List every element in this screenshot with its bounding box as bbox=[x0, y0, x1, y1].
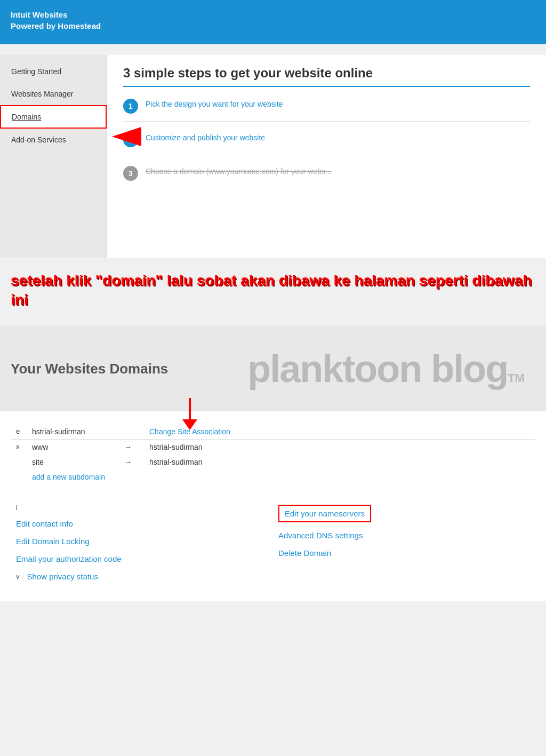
edit-contact-info-link[interactable]: Edit contact info bbox=[11, 515, 273, 532]
content-divider bbox=[123, 86, 530, 87]
step-1-text: Pick the design you want for your websit… bbox=[146, 98, 283, 108]
content-title: 3 simple steps to get your website onlin… bbox=[123, 66, 530, 81]
header-title: Intuit Websites Powered by Homestead bbox=[11, 9, 101, 31]
page-title: Your Websites Domains bbox=[11, 360, 168, 377]
domain-label-e: e bbox=[11, 422, 27, 440]
step-1: 1 Pick the design you want for your webs… bbox=[123, 98, 530, 122]
sidebar-item-getting-started[interactable]: Getting Started bbox=[0, 60, 107, 83]
bottom-links-right: Edit your nameservers Advanced DNS setti… bbox=[273, 500, 535, 585]
watermark-tm: TM bbox=[508, 371, 525, 385]
sidebar-item-addon-services[interactable]: Add-on Services bbox=[0, 129, 107, 151]
blue-bar bbox=[0, 40, 546, 44]
annotation-text: setelah klik "domain" lalu sobat akan di… bbox=[11, 263, 535, 315]
show-privacy-status-link[interactable]: Show privacy status bbox=[22, 568, 103, 585]
add-subdomain-row: add a new subdomain bbox=[11, 469, 535, 484]
watermark-container: planktoon blog TM bbox=[247, 347, 525, 391]
subdomain-arrow-1: → bbox=[112, 439, 144, 455]
subdomain-action-2 bbox=[251, 455, 535, 469]
down-arrow bbox=[182, 398, 197, 430]
bottom-link-left-label: l bbox=[11, 500, 273, 515]
add-subdomain-label-col bbox=[11, 469, 27, 484]
domain-table: e hstrial-sudirman Change Site Associati… bbox=[11, 422, 535, 484]
edit-domain-locking-link[interactable]: Edit Domain Locking bbox=[11, 532, 273, 550]
step-3-number: 3 bbox=[123, 166, 138, 181]
bottom-links-left: l Edit contact info Edit Domain Locking … bbox=[11, 500, 273, 585]
left-arrow-annotation bbox=[112, 127, 141, 146]
show-privacy-row: v Show privacy status bbox=[11, 568, 273, 585]
watermark-text: planktoon blog bbox=[247, 347, 508, 391]
sidebar-item-domains[interactable]: Domains bbox=[0, 105, 107, 129]
step-3: 3 Choose a domain (www.yourname.com) for… bbox=[123, 165, 530, 188]
annotation-section: setelah klik "domain" lalu sobat akan di… bbox=[0, 258, 546, 326]
sidebar-item-websites-manager[interactable]: Websites Manager bbox=[0, 83, 107, 105]
header-line1: Intuit Websites bbox=[11, 9, 101, 20]
subdomain-target-1: hstrial-sudirman bbox=[144, 439, 251, 455]
domain-arrow-col bbox=[112, 422, 144, 440]
page-title-section: Your Websites Domains bbox=[11, 360, 168, 377]
step-2-text: Customize and publish your website bbox=[146, 131, 265, 142]
subdomain-name-www: www bbox=[27, 439, 112, 455]
subdomain-row-www: s www → hstrial-sudirman bbox=[11, 439, 535, 455]
watermark-section: Your Websites Domains planktoon blog TM bbox=[0, 326, 546, 411]
domain-main-row: e hstrial-sudirman Change Site Associati… bbox=[11, 422, 535, 440]
nameserver-link-box[interactable]: Edit your nameservers bbox=[278, 505, 371, 522]
step-2: 2 Customize and publish your website bbox=[123, 131, 530, 155]
domain-section: e hstrial-sudirman Change Site Associati… bbox=[0, 411, 546, 500]
advanced-dns-link[interactable]: Advanced DNS settings bbox=[273, 527, 535, 544]
add-subdomain-link[interactable]: add a new subdomain bbox=[27, 469, 535, 484]
sidebar: Getting Started Websites Manager Domains… bbox=[0, 55, 107, 258]
edit-nameservers-link[interactable]: Edit your nameservers bbox=[273, 500, 535, 527]
header-line2: Powered by Homestead bbox=[11, 20, 101, 31]
subdomain-target-2: hstrial-sudirman bbox=[144, 455, 251, 469]
subdomain-name-site: site bbox=[27, 455, 112, 469]
step-3-text: Choose a domain (www.yourname.com) for y… bbox=[146, 165, 332, 176]
bottom-links: l Edit contact info Edit Domain Locking … bbox=[0, 500, 546, 601]
header: Intuit Websites Powered by Homestead bbox=[0, 0, 546, 40]
subdomain-row-site: site → hstrial-sudirman bbox=[11, 455, 535, 469]
main-section: Getting Started Websites Manager Domains… bbox=[0, 44, 546, 258]
content-panel: 3 simple steps to get your website onlin… bbox=[107, 55, 546, 258]
subdomain-label-s: s bbox=[11, 439, 27, 455]
delete-domain-link[interactable]: Delete Domain bbox=[273, 544, 535, 562]
privacy-label-v: v bbox=[11, 569, 22, 584]
step-1-number: 1 bbox=[123, 99, 138, 114]
domain-change-site: Change Site Association bbox=[144, 422, 251, 440]
subdomain-arrow-2: → bbox=[112, 455, 144, 469]
subdomain-label-empty bbox=[11, 455, 27, 469]
subdomain-action-1 bbox=[251, 439, 535, 455]
domain-name: hstrial-sudirman bbox=[27, 422, 112, 440]
change-site-container: Change Site Association bbox=[149, 427, 230, 436]
email-auth-code-link[interactable]: Email your authorization code bbox=[11, 550, 273, 568]
